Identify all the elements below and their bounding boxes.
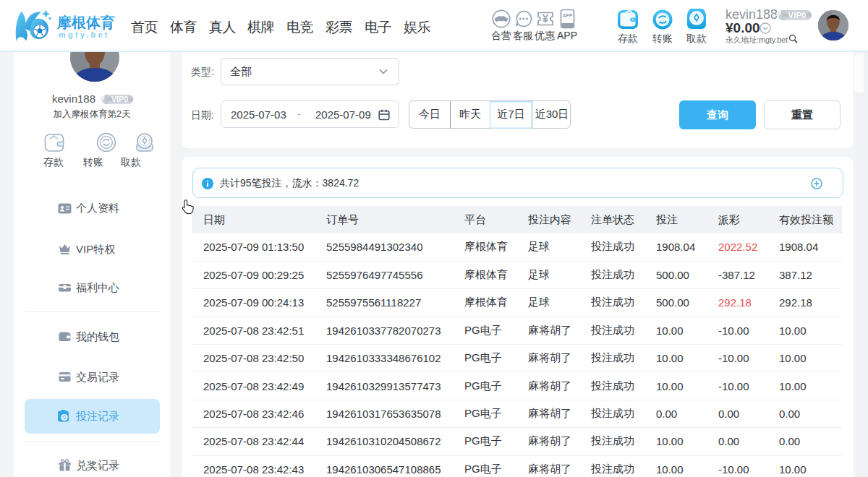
svg-text:VIP0: VIP0 xyxy=(788,11,807,20)
svg-text:APP: APP xyxy=(563,13,573,18)
svg-text:VIP0: VIP0 xyxy=(111,95,128,103)
